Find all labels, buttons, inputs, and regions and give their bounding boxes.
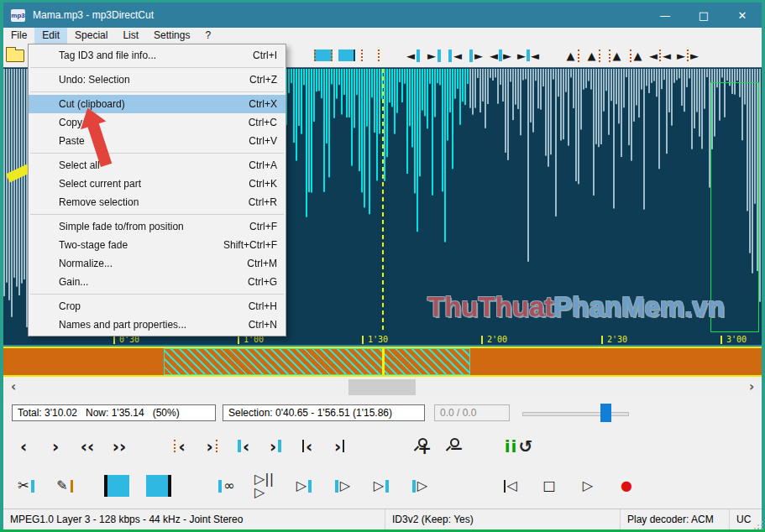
overview-cursor	[382, 348, 385, 375]
volume-slider-thumb[interactable]	[600, 404, 611, 422]
transport-row: ✂✎∞▷||▷▷▷▷▷◁□▷●	[3, 463, 762, 509]
menu-help[interactable]: ?	[197, 28, 218, 44]
trim-end-left-button[interactable]: ◄	[448, 47, 463, 64]
cue-next-button[interactable]: ▲	[628, 47, 643, 64]
menu-item-crop[interactable]: CropCtrl+H	[29, 297, 286, 316]
window-frame-right	[762, 3, 765, 529]
menu-settings[interactable]: Settings	[146, 28, 197, 44]
menu-edit[interactable]: Edit	[34, 28, 67, 44]
trim-end-right-button[interactable]: ►	[469, 47, 484, 64]
trim-start-right-button[interactable]: ►	[427, 47, 442, 64]
goto-selection-start-button[interactable]: ‹	[233, 436, 254, 456]
volume-slider-track[interactable]	[522, 412, 629, 416]
menu-item-cut[interactable]: Cut (clipboard)Ctrl+X	[29, 95, 286, 113]
goto-file-start-button[interactable]: ‹	[297, 436, 317, 456]
play-from-end-button[interactable]: ▷	[409, 475, 431, 497]
menu-separator	[29, 89, 286, 95]
menu-item-select-all[interactable]: Select allCtrl+A	[29, 156, 286, 175]
menu-item-paste[interactable]: PasteCtrl+V	[29, 132, 286, 150]
selection-field: Selection: 0'40.65 - 1'56.51 (1'15.86)	[223, 404, 425, 421]
resize-grip[interactable]	[761, 528, 762, 529]
timeline-tick: 2'30	[601, 335, 627, 344]
skip-to-start-button[interactable]: ◁	[500, 475, 521, 497]
goto-next-cue-button[interactable]: ›	[202, 436, 222, 456]
tick-mark	[362, 336, 364, 344]
scroll-thumb[interactable]	[348, 379, 416, 395]
widen-selection-button[interactable]: ◄►	[490, 47, 511, 64]
edit-name-button[interactable]: ✎	[54, 475, 76, 497]
record-button[interactable]: ●	[616, 475, 637, 497]
menu-item-names-part-properties[interactable]: Names and part properties...Ctrl+N	[29, 316, 286, 334]
play-over-cut-button[interactable]: ▷||▷	[254, 475, 276, 497]
cut-selection-button[interactable]: ✂	[15, 475, 37, 497]
statusbar: MPEG1.0 Layer 3 - 128 kbps - 44 kHz - Jo…	[3, 509, 762, 529]
cue-prev-button[interactable]: ▲	[607, 47, 622, 64]
zoom-in-button[interactable]: +	[411, 436, 432, 456]
watermark: ThuThuatPhanMem.vn	[427, 291, 725, 323]
selected-part-button[interactable]	[314, 50, 333, 61]
maximize-button[interactable]: □	[684, 3, 723, 28]
set-selection-start-button[interactable]	[104, 475, 129, 497]
step-back-button[interactable]: ‹	[13, 436, 34, 456]
tick-mark	[601, 336, 603, 344]
menu-separator	[29, 150, 286, 156]
goto-file-end-button[interactable]: ›	[329, 436, 349, 456]
edit-menu-popup: Tag ID3 and file info...Ctrl+IUndo: Sele…	[28, 44, 286, 336]
tick-mark	[720, 336, 722, 344]
menu-item-gain[interactable]: Gain...Ctrl+G	[29, 273, 286, 291]
gain-field: 0.0 / 0.0	[434, 404, 510, 421]
fast-back-button[interactable]: ‹‹	[77, 436, 97, 456]
empty-part-button[interactable]	[361, 50, 380, 61]
set-selection-end-button[interactable]	[146, 475, 171, 497]
play-from-start-button[interactable]: ▷	[332, 475, 354, 497]
horizontal-scrollbar[interactable]: ‹ ›	[3, 377, 762, 398]
mp3directcut-window: { "titlebar": { "title": "Mama.mp3 - mp3…	[0, 0, 765, 532]
move-cue-left-button[interactable]: ◄◄	[649, 47, 671, 64]
play-loop-button[interactable]: ∞	[216, 475, 238, 497]
cue-after-button[interactable]: ▲	[586, 47, 601, 64]
menu-file[interactable]: File	[3, 28, 34, 44]
format-info: MPEG1.0 Layer 3 - 128 kbps - 44 kHz - Jo…	[3, 509, 385, 529]
narrow-selection-button[interactable]: ►◄	[517, 47, 539, 64]
zoom-out-button[interactable]: −	[443, 436, 464, 456]
minimize-button[interactable]: —	[646, 3, 684, 28]
scroll-right-arrow[interactable]: ›	[743, 379, 760, 395]
menu-separator	[29, 211, 286, 217]
menubar: FileEditSpecialListSettings?	[3, 28, 762, 44]
tick-mark	[481, 336, 483, 344]
part-block-button[interactable]	[338, 50, 355, 61]
menu-item-tag-id3[interactable]: Tag ID3 and file info...Ctrl+I	[29, 46, 286, 65]
play-to-start-button[interactable]: ▷	[293, 475, 315, 497]
menu-item-normalize[interactable]: Normalize...Ctrl+M	[29, 254, 286, 273]
menu-item-simple-fade[interactable]: Simple fade to/from positionCtrl+F	[29, 217, 286, 236]
goto-selection-end-button[interactable]: ›	[265, 436, 286, 456]
decoder-info: Play decoder: ACM	[621, 509, 730, 529]
fast-forward-button[interactable]: ››	[109, 436, 129, 456]
window-controls: — □ ✕	[646, 3, 762, 28]
menu-list[interactable]: List	[115, 28, 146, 44]
vu-meter-icon[interactable]: ii↺	[509, 436, 529, 456]
stop-button[interactable]: □	[538, 475, 560, 497]
play-to-end-button[interactable]: ▷	[370, 475, 392, 497]
open-file-button[interactable]	[6, 50, 24, 62]
trim-start-left-button[interactable]: ◄	[406, 47, 421, 64]
close-button[interactable]: ✕	[723, 3, 762, 28]
selection-region[interactable]	[164, 348, 470, 375]
cue-before-button[interactable]: ▲	[565, 47, 580, 64]
menu-special[interactable]: Special	[67, 28, 115, 44]
play-button[interactable]: ▷	[577, 475, 599, 497]
menu-item-select-current-part[interactable]: Select current partCtrl+K	[29, 175, 286, 193]
track-overview-bar[interactable]	[3, 347, 762, 377]
navigation-row: ‹›‹‹››‹›‹›‹›+−ii↺	[3, 429, 762, 463]
menu-item-undo[interactable]: Undo: SelectionCtrl+Z	[29, 70, 286, 89]
position-field: Total: 3'10.02 Now: 1'35.14 (50%)	[12, 404, 216, 421]
tick-mark	[113, 336, 115, 344]
menu-item-two-stage-fade[interactable]: Two-stage fadeShift+Ctrl+F	[29, 236, 286, 254]
step-forward-button[interactable]: ›	[45, 436, 65, 456]
move-cue-right-button[interactable]: ►►	[677, 47, 699, 64]
menu-item-copy[interactable]: CopyCtrl+C	[29, 113, 286, 132]
menu-item-remove-selection[interactable]: Remove selectionCtrl+R	[29, 193, 286, 211]
goto-prev-cue-button[interactable]: ‹	[170, 436, 190, 456]
scroll-left-arrow[interactable]: ‹	[5, 379, 22, 395]
window-title: Mama.mp3 - mp3DirectCut	[33, 9, 154, 21]
